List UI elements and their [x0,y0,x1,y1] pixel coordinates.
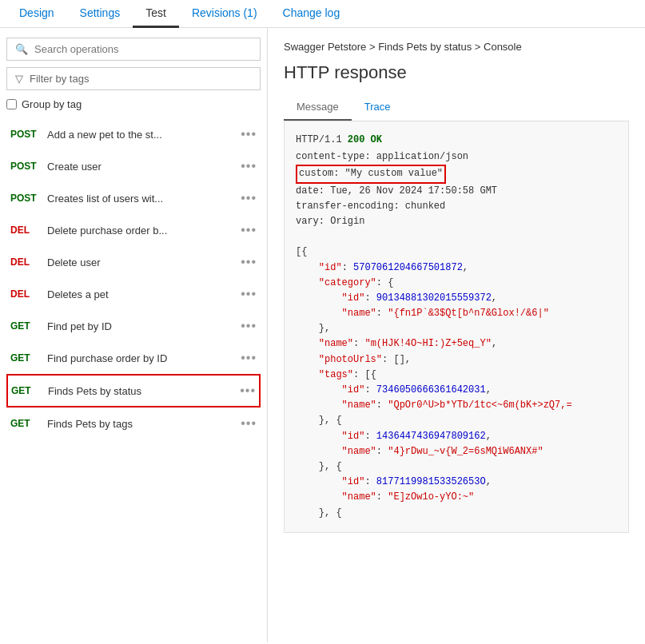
op-method: GET [10,418,39,429]
op-name: Find pet by ID [47,320,233,332]
tab-design[interactable]: Design [6,0,67,27]
op-more-icon[interactable]: ••• [241,416,257,431]
left-panel: 🔍 ▽ Filter by tags Group by tag POST Add… [0,28,268,642]
op-method: DEL [10,225,39,236]
op-name: Delete purchase order b... [47,225,233,237]
tab-trace[interactable]: Trace [352,94,404,121]
tab-message[interactable]: Message [284,94,352,121]
operations-list: POST Add a new pet to the st... ••• POST… [6,118,261,633]
operation-item-5[interactable]: DEL Deletes a pet ••• [6,278,261,310]
filter-label: Filter by tags [30,73,89,85]
group-by-tag[interactable]: Group by tag [6,97,261,112]
op-more-icon[interactable]: ••• [241,255,257,269]
header-transfer-encoding: transfer-encoding: chunked [296,199,617,214]
group-by-tag-checkbox[interactable] [6,99,17,109]
header-vary: vary: Origin [296,214,617,229]
op-more-icon[interactable]: ••• [241,159,257,173]
op-more-icon[interactable]: ••• [241,287,257,301]
http-version: HTTP/1.1 [296,134,348,145]
header-content-type: content-type: application/json [296,149,617,165]
op-more-icon[interactable]: ••• [241,319,257,333]
op-method: DEL [10,288,39,300]
op-method: GET [10,320,39,332]
op-name: Find purchase order by ID [47,352,233,364]
operation-item-7[interactable]: GET Find purchase order by ID ••• [6,342,261,374]
op-method: POST [10,193,39,204]
op-more-icon[interactable]: ••• [240,384,256,398]
op-name: Creates list of users wit... [47,193,233,205]
operation-item-6[interactable]: GET Find pet by ID ••• [6,310,261,342]
search-input[interactable] [34,43,252,55]
op-name: Delete user [47,256,233,268]
operation-item-9[interactable]: GET Finds Pets by tags ••• [6,407,261,439]
section-title: HTTP response [284,62,629,83]
json-body: [{ "id": 5707061204667501872, "category"… [296,244,617,520]
op-name: Deletes a pet [47,288,233,300]
tab-test[interactable]: Test [133,0,179,27]
operation-item-3[interactable]: DEL Delete purchase order b... ••• [6,214,261,246]
operation-item-0[interactable]: POST Add a new pet to the st... ••• [6,118,261,150]
op-more-icon[interactable]: ••• [241,127,257,141]
status-code: 200 OK [348,134,382,145]
op-more-icon[interactable]: ••• [241,191,257,205]
group-by-tag-label: Group by tag [22,98,82,110]
operation-item-8[interactable]: GET Finds Pets by status ••• [6,374,261,407]
op-more-icon[interactable]: ••• [241,223,257,237]
top-navigation: Design Settings Test Revisions (1) Chang… [0,0,645,28]
operation-item-1[interactable]: POST Create user ••• [6,150,261,182]
filter-box[interactable]: ▽ Filter by tags [6,67,261,90]
op-method: GET [11,385,40,396]
operation-item-4[interactable]: DEL Delete user ••• [6,246,261,278]
filter-icon: ▽ [15,73,23,85]
tab-revisions[interactable]: Revisions (1) [179,0,270,27]
response-tabs: Message Trace [284,94,629,121]
breadcrumb: Swagger Petstore > Finds Pets by status … [284,41,629,53]
tab-changelog[interactable]: Change log [270,0,353,27]
op-name: Create user [47,161,233,173]
op-name: Finds Pets by tags [47,418,233,430]
status-line: HTTP/1.1 200 OK [296,133,617,148]
op-method: DEL [10,256,39,268]
op-method: POST [10,161,39,172]
op-more-icon[interactable]: ••• [241,351,257,365]
op-name: Add a new pet to the st... [47,129,233,141]
main-layout: 🔍 ▽ Filter by tags Group by tag POST Add… [0,28,645,642]
operation-item-2[interactable]: POST Creates list of users wit... ••• [6,182,261,214]
op-name: Finds Pets by status [48,385,232,397]
header-date: date: Tue, 26 Nov 2024 17:50:58 GMT [296,184,617,199]
search-icon: 🔍 [15,43,28,55]
search-box[interactable]: 🔍 [6,38,261,61]
header-custom: custom: "My custom value" [296,165,617,183]
op-method: GET [10,352,39,364]
http-response-body: HTTP/1.1 200 OK content-type: applicatio… [284,121,629,533]
tab-settings[interactable]: Settings [67,0,133,27]
op-method: POST [10,129,39,140]
right-panel: Swagger Petstore > Finds Pets by status … [268,28,645,642]
